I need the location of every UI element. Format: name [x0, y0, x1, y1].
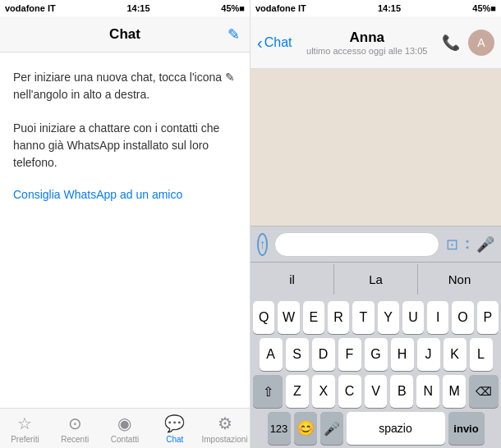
- contact-name: Anna: [349, 30, 384, 46]
- autocomplete-il[interactable]: il: [250, 264, 334, 295]
- key-n[interactable]: N: [416, 375, 439, 408]
- key-i[interactable]: I: [427, 301, 448, 334]
- contact-center: Anna ultimo accesso oggi alle 13:05: [292, 30, 442, 56]
- key-row-3: ⇧ Z X C V B N M ⌫: [253, 375, 499, 408]
- star-icon: ☆: [17, 414, 32, 433]
- autocomplete-non[interactable]: Non: [418, 264, 501, 295]
- left-status-bar: vodafone IT 14:15 45%■: [0, 0, 250, 16]
- colon-separator: :: [465, 235, 470, 253]
- avatar[interactable]: A: [468, 30, 494, 56]
- tab-contatti[interactable]: ◉ Contatti: [100, 414, 150, 444]
- info-text-1: Per iniziare una nuova chat, tocca l'ico…: [13, 69, 237, 103]
- key-p[interactable]: P: [477, 301, 499, 334]
- autocomplete-la[interactable]: La: [334, 264, 418, 295]
- back-chevron-icon: ‹: [257, 34, 263, 51]
- new-chat-icon[interactable]: ✎: [228, 25, 240, 43]
- left-nav-bar: Chat ✎: [0, 16, 250, 53]
- key-row-4: 123 😊 🎤 spazio invio: [253, 412, 499, 445]
- left-tab-bar: ☆ Preferiti ⊙ Recenti ◉ Contatti 💬 Chat …: [0, 408, 250, 448]
- tab-impostazioni-label: Impostazioni: [202, 435, 248, 444]
- call-icon[interactable]: 📞: [442, 34, 460, 52]
- key-g[interactable]: G: [365, 338, 388, 371]
- chat-area: [250, 69, 501, 226]
- key-m[interactable]: M: [443, 375, 466, 408]
- chat-title: Chat: [109, 26, 140, 43]
- chat-icon: 💬: [164, 414, 185, 433]
- key-t[interactable]: T: [352, 301, 374, 334]
- key-f[interactable]: F: [338, 338, 361, 371]
- key-emoji[interactable]: 😊: [294, 412, 317, 445]
- key-b[interactable]: B: [390, 375, 413, 408]
- message-input[interactable]: [274, 232, 439, 257]
- key-z[interactable]: Z: [286, 375, 309, 408]
- key-c[interactable]: C: [338, 375, 361, 408]
- person-icon: ◉: [117, 414, 131, 433]
- right-nav-actions: 📞 A: [442, 30, 494, 56]
- keyboard: Q W E R T Y U I O P A S D F G H J K L ⇧ …: [250, 296, 501, 448]
- key-l[interactable]: L: [470, 338, 493, 371]
- left-signal: 45%■: [221, 3, 245, 13]
- upload-button[interactable]: ↑: [257, 233, 268, 256]
- key-send[interactable]: invio: [448, 412, 485, 445]
- key-s[interactable]: S: [286, 338, 309, 371]
- contact-status: ultimo accesso oggi alle 13:05: [306, 46, 427, 56]
- key-j[interactable]: J: [417, 338, 440, 371]
- camera-icon[interactable]: ⊡: [446, 235, 458, 254]
- key-x[interactable]: X: [312, 375, 335, 408]
- key-r[interactable]: R: [328, 301, 349, 334]
- key-h[interactable]: H: [391, 338, 414, 371]
- mic-icon[interactable]: 🎤: [476, 235, 494, 254]
- back-label: Chat: [264, 35, 292, 50]
- right-nav-bar: ‹ Chat Anna ultimo accesso oggi alle 13:…: [250, 16, 501, 69]
- key-u[interactable]: U: [402, 301, 424, 334]
- info-text-2: Puoi iniziare a chattare con i contatti …: [13, 120, 237, 171]
- clock-icon: ⊙: [68, 414, 82, 433]
- right-carrier: vodafone IT: [255, 3, 306, 13]
- left-time: 14:15: [126, 3, 149, 13]
- tab-impostazioni[interactable]: ⚙ Impostazioni: [200, 414, 250, 444]
- left-content: Per iniziare una nuova chat, tocca l'ico…: [0, 53, 250, 408]
- key-row-2: A S D F G H J K L: [253, 338, 499, 371]
- key-d[interactable]: D: [312, 338, 335, 371]
- key-k[interactable]: K: [444, 338, 467, 371]
- key-space[interactable]: spazio: [347, 412, 445, 445]
- key-w[interactable]: W: [278, 301, 299, 334]
- settings-icon: ⚙: [218, 414, 232, 433]
- tab-contatti-label: Contatti: [111, 435, 139, 444]
- key-y[interactable]: Y: [378, 301, 399, 334]
- tab-chat[interactable]: 💬 Chat: [149, 414, 200, 444]
- key-a[interactable]: A: [260, 338, 283, 371]
- tab-chat-label: Chat: [166, 435, 183, 444]
- right-time: 14:15: [378, 3, 401, 13]
- tab-recenti[interactable]: ⊙ Recenti: [50, 414, 100, 444]
- recommend-link[interactable]: Consiglia WhatsApp ad un amico: [13, 188, 237, 201]
- right-signal: 45%■: [472, 3, 496, 13]
- key-row-1: Q W E R T Y U I O P: [253, 301, 499, 334]
- key-123[interactable]: 123: [268, 412, 291, 445]
- left-carrier: vodafone IT: [5, 3, 56, 13]
- key-shift[interactable]: ⇧: [253, 375, 283, 408]
- autocomplete-bar: il La Non: [250, 262, 501, 296]
- right-panel: vodafone IT 14:15 45%■ ‹ Chat Anna ultim…: [250, 0, 501, 448]
- tab-preferiti-label: Preferiti: [11, 435, 39, 444]
- key-mic[interactable]: 🎤: [320, 412, 343, 445]
- key-o[interactable]: O: [452, 301, 473, 334]
- right-status-bar: vodafone IT 14:15 45%■: [250, 0, 501, 16]
- tab-recenti-label: Recenti: [61, 435, 89, 444]
- back-button[interactable]: ‹ Chat: [257, 34, 292, 51]
- key-delete[interactable]: ⌫: [469, 375, 499, 408]
- key-v[interactable]: V: [365, 375, 388, 408]
- key-q[interactable]: Q: [253, 301, 274, 334]
- left-panel: vodafone IT 14:15 45%■ Chat ✎ Per inizia…: [0, 0, 250, 448]
- key-e[interactable]: E: [303, 301, 324, 334]
- tab-preferiti[interactable]: ☆ Preferiti: [0, 414, 50, 444]
- input-bar: ↑ ⊡ : 🎤: [250, 226, 501, 262]
